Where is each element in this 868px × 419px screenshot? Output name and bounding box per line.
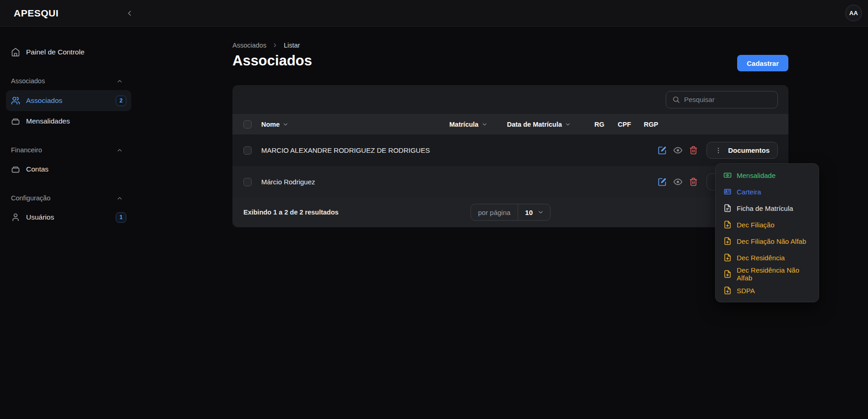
sidebar-item-label: Mensalidades xyxy=(26,117,70,125)
sidebar-item-contas[interactable]: Contas xyxy=(6,159,131,179)
row-actions: Documentos xyxy=(654,142,778,159)
column-label: Matrícula xyxy=(449,121,479,128)
table-header-row: Nome Matrícula Data de Matrícula RG xyxy=(232,114,788,134)
banknote-icon xyxy=(723,171,732,179)
file-plus-icon xyxy=(723,237,732,245)
id-card-icon xyxy=(723,188,732,196)
sidebar-section-configuracao[interactable]: Configuração xyxy=(11,194,126,202)
associados-table-card: Nome Matrícula Data de Matrícula RG xyxy=(232,85,788,227)
topbar: APESQUI AA xyxy=(0,0,868,27)
column-header-cpf: CPF xyxy=(618,121,644,128)
sidebar-item-label: Contas xyxy=(26,165,49,173)
sidebar-collapse-button[interactable] xyxy=(123,6,136,20)
edit-icon[interactable] xyxy=(654,143,670,158)
menu-item-dec-residencia[interactable]: Dec Residência xyxy=(716,249,819,266)
menu-item-ficha-de-matricula[interactable]: Ficha de Matrícula xyxy=(716,200,819,216)
sidebar-item-label: Usuários xyxy=(26,213,54,221)
user-avatar[interactable]: AA xyxy=(845,5,862,21)
column-header-data-matricula[interactable]: Data de Matrícula xyxy=(507,121,594,128)
chevron-left-icon xyxy=(125,9,134,17)
search-icon xyxy=(672,96,680,103)
file-plus-icon xyxy=(723,220,732,229)
search-input[interactable] xyxy=(684,96,771,103)
breadcrumb-current: Listar xyxy=(284,42,300,49)
file-plus-icon xyxy=(723,286,732,295)
section-label: Associados xyxy=(11,77,45,85)
menu-item-label: Ficha de Matrícula xyxy=(737,204,793,212)
documentos-dropdown-menu: Mensalidade Carteira Ficha de Matrícula … xyxy=(715,163,819,302)
menu-item-mensalidade[interactable]: Mensalidade xyxy=(716,167,819,183)
column-label: Nome xyxy=(261,121,280,128)
app-logo: APESQUI xyxy=(14,8,59,19)
sidebar-item-associados[interactable]: Associados 2 xyxy=(6,90,131,111)
file-plus-icon xyxy=(723,253,732,262)
chevron-up-icon xyxy=(116,78,123,85)
column-label: Data de Matrícula xyxy=(507,121,562,128)
results-summary: Exibindo 1 a 2 de 2 resultados xyxy=(243,209,339,216)
per-page-value: 10 xyxy=(518,209,538,216)
avatar-initials: AA xyxy=(849,10,858,16)
row-name: MARCIO ALEXANDRE RODRIGUEZ DE RODRIGUES xyxy=(261,146,430,154)
table-row: Márcio Rodriguez Documentos xyxy=(232,166,788,198)
menu-item-dec-filiacao-nao-alfab[interactable]: Dec Filiação Não Alfab xyxy=(716,233,819,249)
wallet-icon xyxy=(11,165,20,174)
documentos-button-label: Documentos xyxy=(728,146,770,154)
column-header-rgp: RGP xyxy=(644,121,671,128)
chevron-down-icon xyxy=(565,121,571,128)
users-icon xyxy=(11,96,20,105)
row-checkbox[interactable] xyxy=(243,178,252,186)
file-plus-icon xyxy=(723,270,732,278)
sidebar-item-usuarios[interactable]: Usuários 1 xyxy=(6,207,131,227)
view-icon[interactable] xyxy=(670,174,685,190)
menu-item-carteira[interactable]: Carteira xyxy=(716,183,819,200)
table-footer: Exibindo 1 a 2 de 2 resultados por págin… xyxy=(232,198,788,227)
page-title: Associados xyxy=(232,53,312,69)
per-page-label: por página xyxy=(471,209,518,216)
column-header-matricula[interactable]: Matrícula xyxy=(449,121,507,128)
sidebar-item-painel-de-controle[interactable]: Painel de Controle xyxy=(6,42,131,62)
breadcrumb-parent[interactable]: Associados xyxy=(232,42,266,49)
count-badge: 1 xyxy=(116,212,126,223)
view-icon[interactable] xyxy=(670,143,685,158)
sidebar-section-financeiro[interactable]: Financeiro xyxy=(11,146,126,154)
file-text-icon xyxy=(723,204,732,212)
wallet-icon xyxy=(11,117,20,126)
cadastrar-button[interactable]: Cadastrar xyxy=(737,55,788,71)
row-checkbox[interactable] xyxy=(243,146,252,155)
column-label: CPF xyxy=(618,121,631,128)
select-all-checkbox[interactable] xyxy=(243,120,252,129)
user-icon xyxy=(11,213,20,222)
per-page-select[interactable]: por página 10 xyxy=(470,204,551,221)
menu-item-sdpa[interactable]: SDPA xyxy=(716,282,819,299)
chevron-down-icon xyxy=(282,121,289,128)
sidebar-item-mensalidades[interactable]: Mensalidades xyxy=(6,111,131,131)
column-label: RGP xyxy=(644,121,658,128)
delete-icon[interactable] xyxy=(685,174,701,190)
menu-item-label: Dec Filiação xyxy=(737,221,775,229)
chevron-up-icon xyxy=(116,195,123,202)
table-toolbar xyxy=(232,85,788,114)
chevron-right-icon xyxy=(272,42,278,48)
menu-item-label: Mensalidade xyxy=(737,172,776,179)
home-icon xyxy=(11,48,20,57)
delete-icon[interactable] xyxy=(685,143,701,158)
column-label: RG xyxy=(594,121,604,128)
count-badge: 2 xyxy=(116,96,126,106)
breadcrumb: Associados Listar xyxy=(232,42,300,49)
sidebar: Painel de Controle Associados Associados… xyxy=(0,27,137,419)
sidebar-item-label: Painel de Controle xyxy=(26,48,85,56)
edit-icon[interactable] xyxy=(654,174,670,190)
column-header-nome[interactable]: Nome xyxy=(261,121,449,128)
menu-item-dec-filiacao[interactable]: Dec Filiação xyxy=(716,216,819,233)
section-label: Configuração xyxy=(11,194,50,202)
menu-item-label: SDPA xyxy=(737,287,755,295)
sidebar-section-associados[interactable]: Associados xyxy=(11,77,126,85)
menu-item-label: Dec Residência xyxy=(737,254,785,262)
chevron-up-icon xyxy=(116,147,123,154)
documentos-button[interactable]: Documentos xyxy=(706,142,778,159)
menu-item-label: Dec Filiação Não Alfab xyxy=(737,237,806,245)
menu-item-label: Carteira xyxy=(737,188,761,196)
menu-item-label: Dec Residência Não Alfab xyxy=(737,266,811,282)
chevron-down-icon xyxy=(481,121,488,128)
menu-item-dec-residencia-nao-alfab[interactable]: Dec Residência Não Alfab xyxy=(716,266,819,282)
